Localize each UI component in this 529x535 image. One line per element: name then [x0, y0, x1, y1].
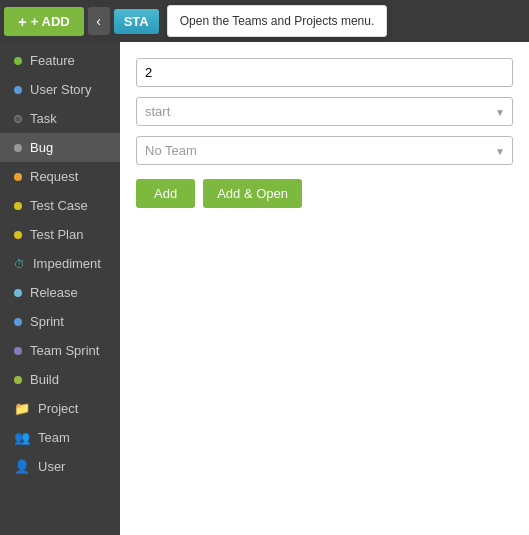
button-row: Add Add & Open	[136, 179, 513, 208]
sidebar-item-request[interactable]: Request	[0, 162, 120, 191]
user-story-dot-icon	[14, 86, 22, 94]
sidebar-item-label: Team	[38, 430, 70, 445]
sidebar-item-bug[interactable]: Bug	[0, 133, 120, 162]
feature-dot-icon	[14, 57, 22, 65]
bug-dot-icon	[14, 144, 22, 152]
sidebar-item-team[interactable]: 👥 Team	[0, 423, 120, 452]
sidebar-item-label: Bug	[30, 140, 53, 155]
impediment-clock-icon: ⏱	[14, 258, 25, 270]
team-sprint-dot-icon	[14, 347, 22, 355]
sidebar-item-label: Test Case	[30, 198, 88, 213]
add-button[interactable]: + + ADD	[4, 7, 84, 36]
plus-icon: +	[18, 13, 27, 30]
test-plan-dot-icon	[14, 231, 22, 239]
sidebar-item-label: Task	[30, 111, 57, 126]
sidebar-item-test-plan[interactable]: Test Plan	[0, 220, 120, 249]
chevron-left-icon: ‹	[96, 13, 101, 29]
sta-label: STA	[124, 14, 149, 29]
sta-badge-button[interactable]: STA	[114, 9, 159, 34]
add-label: + ADD	[31, 14, 70, 29]
content-area: Feature User Story Task Bug Request Test…	[0, 42, 529, 535]
main-panel: start ▼ No Team ▼ Add Add & Open	[120, 42, 529, 535]
add-open-button-label: Add & Open	[217, 186, 288, 201]
sidebar-item-build[interactable]: Build	[0, 365, 120, 394]
sidebar-item-feature[interactable]: Feature	[0, 46, 120, 75]
sidebar-item-label: Release	[30, 285, 78, 300]
task-dot-icon	[14, 115, 22, 123]
start-select[interactable]: start	[136, 97, 513, 126]
sidebar-item-team-sprint[interactable]: Team Sprint	[0, 336, 120, 365]
sidebar: Feature User Story Task Bug Request Test…	[0, 42, 120, 535]
build-dot-icon	[14, 376, 22, 384]
add-button-label: Add	[154, 186, 177, 201]
team-select-wrapper: No Team ▼	[136, 136, 513, 165]
user-person-icon: 👤	[14, 459, 30, 474]
sidebar-item-project[interactable]: 📁 Project	[0, 394, 120, 423]
tooltip-box: Open the Teams and Projects menu.	[167, 5, 388, 37]
sidebar-item-release[interactable]: Release	[0, 278, 120, 307]
sidebar-item-label: Impediment	[33, 256, 101, 271]
sidebar-item-label: User Story	[30, 82, 91, 97]
sidebar-item-label: Test Plan	[30, 227, 83, 242]
sidebar-item-label: Feature	[30, 53, 75, 68]
sidebar-item-test-case[interactable]: Test Case	[0, 191, 120, 220]
release-dot-icon	[14, 289, 22, 297]
project-folder-icon: 📁	[14, 401, 30, 416]
add-button-form[interactable]: Add	[136, 179, 195, 208]
header: + + ADD ‹ STA Open the Teams and Project…	[0, 0, 529, 42]
start-select-wrapper: start ▼	[136, 97, 513, 126]
sidebar-item-label: Request	[30, 169, 78, 184]
app-container: + + ADD ‹ STA Open the Teams and Project…	[0, 0, 529, 535]
team-people-icon: 👥	[14, 430, 30, 445]
add-open-button[interactable]: Add & Open	[203, 179, 302, 208]
sidebar-item-label: Team Sprint	[30, 343, 99, 358]
sidebar-item-label: Project	[38, 401, 78, 416]
tooltip-text: Open the Teams and Projects menu.	[180, 14, 375, 28]
sidebar-item-impediment[interactable]: ⏱ Impediment	[0, 249, 120, 278]
team-select[interactable]: No Team	[136, 136, 513, 165]
sidebar-item-label: Build	[30, 372, 59, 387]
test-case-dot-icon	[14, 202, 22, 210]
request-dot-icon	[14, 173, 22, 181]
sprint-dot-icon	[14, 318, 22, 326]
sidebar-item-label: User	[38, 459, 65, 474]
sidebar-item-label: Sprint	[30, 314, 64, 329]
sidebar-item-user[interactable]: 👤 User	[0, 452, 120, 481]
name-input[interactable]	[136, 58, 513, 87]
sidebar-item-user-story[interactable]: User Story	[0, 75, 120, 104]
sidebar-item-task[interactable]: Task	[0, 104, 120, 133]
nav-arrow-button[interactable]: ‹	[88, 7, 110, 35]
sidebar-item-sprint[interactable]: Sprint	[0, 307, 120, 336]
